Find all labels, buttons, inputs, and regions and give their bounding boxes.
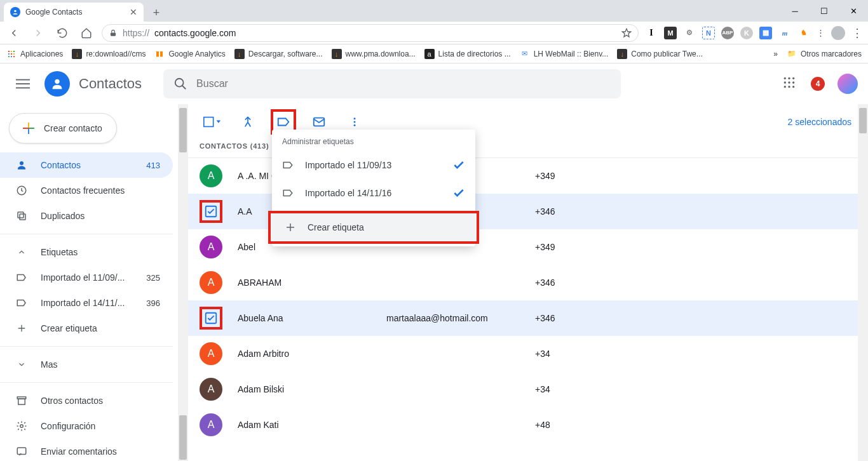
url-input[interactable]: https://contacts.google.com <box>102 24 639 42</box>
new-tab-button[interactable]: + <box>147 4 165 22</box>
merge-button[interactable] <box>235 109 261 135</box>
contact-row[interactable]: Abuela Ana martaalaaa@hotmail.com +346 <box>188 300 868 336</box>
contact-checkbox[interactable] <box>200 200 222 223</box>
svg-rect-33 <box>18 399 25 404</box>
chevron-down-icon <box>15 360 28 369</box>
other-bookmarks[interactable]: 📁Otros marcadores <box>787 49 862 59</box>
sidebar-item-count: 325 <box>146 273 160 283</box>
labels-menu-create[interactable]: Crear etiqueta <box>271 213 477 241</box>
svg-point-19 <box>784 81 786 83</box>
google-apps-icon[interactable] <box>783 76 798 91</box>
bookmarks-overflow[interactable]: » <box>773 50 778 58</box>
bookmark-apps[interactable]: Aplicaciones <box>6 49 63 59</box>
contact-row[interactable]: A ABRAHAM +346 <box>188 265 868 300</box>
labels-menu: Administrar etiquetas Importado el 11/09… <box>272 130 475 246</box>
browser-tab[interactable]: Google Contacts ✕ <box>4 3 144 22</box>
contact-phone: +346 <box>535 313 555 323</box>
ext-icon[interactable]: ♞ <box>797 27 810 39</box>
bookmark-label: Aplicaciones <box>20 50 63 58</box>
sidebar-create-label[interactable]: Crear etiqueta <box>0 316 173 341</box>
sidebar-item-count: 413 <box>146 161 160 170</box>
check-icon <box>452 159 465 171</box>
contact-row[interactable]: A Adam Arbitro +34 <box>188 336 868 371</box>
bookmark-item[interactable]: ↓Descargar, software... <box>234 49 323 59</box>
scrollbar-thumb[interactable] <box>859 108 867 133</box>
svg-rect-25 <box>28 123 29 128</box>
svg-point-38 <box>354 117 356 119</box>
forward-button[interactable] <box>29 24 47 42</box>
sidebar-label-item[interactable]: Importado el 14/11/... 396 <box>0 290 173 316</box>
sidebar-other-contacts[interactable]: Otros contactos <box>0 388 173 413</box>
svg-point-8 <box>8 55 10 57</box>
bookmark-item[interactable]: aLista de directorios ... <box>424 49 511 59</box>
svg-rect-1 <box>111 32 116 36</box>
sidebar-item-label: Contactos frecuentes <box>41 185 125 196</box>
notifications-badge[interactable]: 4 <box>811 77 825 91</box>
tab-close-icon[interactable]: ✕ <box>130 7 137 17</box>
back-button[interactable] <box>5 24 23 42</box>
labels-menu-title: Administrar etiquetas <box>272 130 475 151</box>
ext-icon[interactable]: ▦ <box>759 27 772 39</box>
sidebar-item-frequent[interactable]: Contactos frecuentes <box>0 178 173 203</box>
contact-phone: +346 <box>535 206 555 217</box>
sidebar-item-count: 396 <box>146 298 160 308</box>
ext-icon[interactable]: I <box>645 27 658 39</box>
ext-icon[interactable]: ⚙ <box>683 27 696 39</box>
ext-icon[interactable]: N <box>702 27 715 39</box>
search-input[interactable] <box>196 78 611 90</box>
scrollbar-track[interactable] <box>858 104 868 461</box>
svg-rect-12 <box>16 83 30 84</box>
close-window-button[interactable]: ✕ <box>839 0 868 22</box>
scrollbar-thumb[interactable] <box>179 108 187 152</box>
contact-email: martaalaaa@hotmail.com <box>386 313 520 323</box>
chrome-menu-icon[interactable]: ⋮ <box>851 26 863 40</box>
home-button[interactable] <box>78 24 95 42</box>
svg-point-17 <box>788 77 790 79</box>
contact-row[interactable]: A Adam Bilski +34 <box>188 371 868 407</box>
create-contact-label: Crear contacto <box>44 123 102 133</box>
sidebar-item-duplicates[interactable]: Duplicados <box>0 203 173 229</box>
labels-menu-item[interactable]: Importado el 14/11/16 <box>272 179 475 207</box>
bookmark-item[interactable]: ↓www.pma.downloa... <box>332 49 416 59</box>
labels-menu-item-label: Importado el 11/09/13 <box>305 160 391 170</box>
profile-button[interactable] <box>831 26 845 40</box>
contact-avatar: A <box>200 413 222 436</box>
sidebar-item-contacts[interactable]: Contactos 413 <box>0 152 173 178</box>
labels-section-header[interactable]: Etiquetas <box>0 239 173 265</box>
contact-checkbox[interactable] <box>200 307 222 330</box>
ext-icon[interactable]: m <box>778 27 791 39</box>
svg-rect-11 <box>16 79 30 81</box>
contact-name: Adam Arbitro <box>238 349 371 359</box>
plus-icon <box>21 121 36 136</box>
bookmark-item[interactable]: ✉LH WebMail :: Bienv... <box>520 49 609 59</box>
sidebar-feedback[interactable]: Enviar comentarios <box>0 439 173 461</box>
scrollbar-thumb[interactable] <box>179 415 187 460</box>
label-icon <box>282 159 294 171</box>
ext-icon[interactable]: ABP <box>721 27 734 39</box>
minimize-button[interactable]: ─ <box>780 0 810 22</box>
labels-menu-item[interactable]: Importado el 11/09/13 <box>272 151 475 179</box>
main-menu-button[interactable] <box>10 71 36 97</box>
ext-icon[interactable]: K <box>740 27 753 39</box>
bookmark-item[interactable]: ▮▮Google Analytics <box>154 49 225 59</box>
search-box[interactable] <box>163 69 621 98</box>
svg-point-16 <box>784 77 786 79</box>
sidebar-settings[interactable]: Configuración <box>0 413 173 439</box>
scrollbar-track[interactable] <box>178 104 188 461</box>
label-icon <box>282 187 294 199</box>
maximize-button[interactable]: ☐ <box>810 0 839 22</box>
bookmark-item[interactable]: ↓re:download//cms <box>72 49 146 59</box>
contact-phone: +34 <box>535 384 550 394</box>
sidebar-more[interactable]: Mas <box>0 352 173 377</box>
account-avatar[interactable] <box>837 74 858 94</box>
select-dropdown-button[interactable] <box>200 109 225 135</box>
sidebar-label-item[interactable]: Importado el 11/09/... 325 <box>0 265 173 290</box>
create-contact-button[interactable]: Crear contacto <box>9 113 117 144</box>
app-header: Contactos 4 <box>0 63 868 104</box>
ext-icon[interactable]: M <box>664 27 677 39</box>
bookmark-item[interactable]: ↓Como publicar Twe... <box>617 49 703 59</box>
star-icon[interactable] <box>621 28 632 38</box>
reload-button[interactable] <box>53 24 71 42</box>
svg-rect-31 <box>18 212 24 218</box>
contact-row[interactable]: A Adam Kati +48 <box>188 407 868 443</box>
